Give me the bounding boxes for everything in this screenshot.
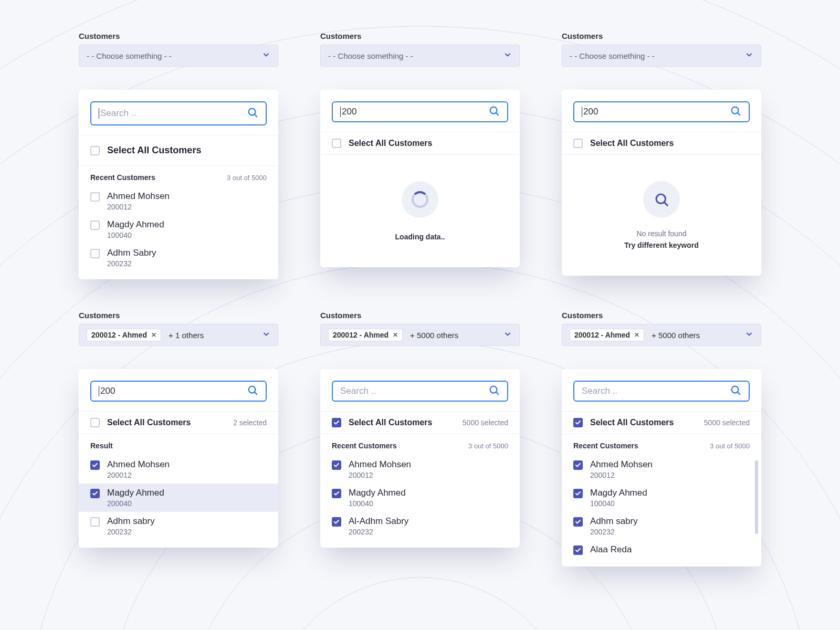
select-all-row[interactable]: Select All Customers: [562, 132, 761, 154]
field-label: Customers: [320, 32, 520, 40]
checkbox[interactable]: [573, 545, 583, 555]
checkbox[interactable]: [573, 489, 583, 498]
checkbox[interactable]: [90, 220, 100, 230]
checkbox[interactable]: [573, 139, 583, 148]
dropdown-panel: Select All Customers 5000 selected Recen…: [562, 369, 761, 566]
select-all-row[interactable]: Select All Customers: [79, 135, 278, 165]
list-item[interactable]: Magdy Ahmed100040: [562, 484, 761, 512]
search-icon: [247, 107, 258, 120]
checkbox[interactable]: [573, 517, 583, 527]
customer-id: 200232: [590, 528, 638, 536]
list-item[interactable]: Magdy Ahmed200040: [79, 484, 278, 512]
customers-select[interactable]: 200012 - Ahmed ✕ + 5000 others: [320, 324, 520, 346]
selected-chip[interactable]: 200012 - Ahmed ✕: [570, 329, 644, 341]
customers-select[interactable]: - - Choose something - -: [562, 45, 761, 67]
chip-text: 200012 - Ahmed: [574, 331, 630, 339]
list-item[interactable]: Ahmed Mohsen200012: [79, 187, 278, 215]
chevron-down-icon: [503, 51, 512, 61]
chevron-down-icon: [262, 51, 270, 61]
chip-text: 200012 - Ahmed: [91, 331, 147, 339]
scrollbar[interactable]: [755, 460, 758, 534]
checkbox[interactable]: [90, 460, 100, 470]
select-all-row[interactable]: Select All Customers: [320, 132, 520, 154]
checkbox[interactable]: [332, 489, 341, 498]
customers-select[interactable]: - - Choose something - -: [79, 45, 278, 67]
customer-id: 200012: [107, 471, 170, 479]
search-input[interactable]: [583, 107, 730, 117]
search-input-wrap[interactable]: [573, 101, 750, 122]
customer-name: Adhm sabry: [107, 516, 155, 527]
list-item[interactable]: Ahmed Mohsen200012: [79, 455, 278, 484]
field-label: Customers: [562, 32, 761, 40]
search-input[interactable]: [342, 107, 488, 117]
customer-id: 100040: [107, 231, 164, 239]
others-count: + 1 others: [169, 331, 204, 340]
checkbox[interactable]: [573, 460, 583, 470]
list-item[interactable]: Adhm sabry200232: [79, 512, 278, 540]
customer-list: Ahmed Mohsen200012Magdy Ahmed100040Adhm …: [79, 185, 278, 279]
list-item[interactable]: Alaa Reda: [562, 540, 761, 559]
select-placeholder: - - Choose something - -: [570, 51, 655, 60]
checkbox[interactable]: [90, 517, 100, 527]
checkbox[interactable]: [332, 418, 341, 427]
text-cursor: [99, 386, 99, 396]
list-item[interactable]: Adhm Sabry200232: [79, 244, 278, 272]
close-icon[interactable]: ✕: [634, 331, 639, 339]
dropdown-panel: Select All Customers Loading data..: [320, 90, 520, 267]
list-item[interactable]: Ahmed Mohsen200012: [562, 455, 761, 484]
list-item[interactable]: Adhm sabry200232: [562, 512, 761, 540]
select-all-row[interactable]: Select All Customers 5000 selected: [320, 412, 520, 434]
selected-chip[interactable]: 200012 - Ahmed ✕: [87, 329, 161, 341]
search-input[interactable]: [100, 386, 247, 396]
customers-select[interactable]: 200012 - Ahmed ✕ + 5000 others: [562, 324, 761, 346]
customers-select[interactable]: - - Choose something - -: [320, 45, 520, 67]
search-input-wrap[interactable]: [332, 381, 508, 402]
selected-chip[interactable]: 200012 - Ahmed ✕: [328, 329, 403, 341]
search-input-wrap[interactable]: [573, 381, 750, 402]
list-item[interactable]: Ahmed Mohsen200012: [320, 455, 520, 484]
customers-select[interactable]: 200012 - Ahmed ✕ + 1 others: [79, 324, 278, 346]
svg-line-24: [738, 392, 740, 394]
customer-list: Ahmed Mohsen200012Magdy Ahmed200040Adhm …: [79, 453, 278, 548]
recent-header: Recent Customers: [332, 442, 397, 450]
dropdown-panel: Select All Customers No result found Try…: [562, 90, 761, 276]
list-item[interactable]: Magdy Ahmed100040: [79, 215, 278, 244]
select-all-row[interactable]: Select All Customers 5000 selected: [562, 412, 761, 434]
svg-line-14: [496, 113, 498, 115]
chevron-down-icon: [745, 51, 753, 61]
search-input-wrap[interactable]: [90, 381, 267, 402]
customer-id: 200232: [107, 259, 156, 268]
customer-name: Adhm Sabry: [107, 248, 156, 258]
checkbox[interactable]: [90, 249, 100, 258]
checkbox[interactable]: [90, 418, 100, 427]
close-icon[interactable]: ✕: [393, 331, 398, 339]
chevron-down-icon: [745, 330, 753, 340]
checkbox[interactable]: [332, 517, 341, 527]
select-all-row[interactable]: Select All Customers 2 selected: [79, 412, 278, 434]
checkbox[interactable]: [90, 192, 100, 202]
customer-name: Ahmed Mohsen: [107, 459, 170, 470]
close-icon[interactable]: ✕: [151, 331, 156, 339]
search-input-wrap[interactable]: [90, 101, 267, 125]
checkbox[interactable]: [332, 460, 341, 470]
search-icon: [730, 384, 741, 398]
search-input[interactable]: [100, 108, 247, 119]
customer-id: 200040: [107, 499, 164, 508]
checkbox[interactable]: [90, 146, 100, 155]
search-input-wrap[interactable]: [332, 101, 508, 122]
checkbox[interactable]: [90, 489, 100, 498]
list-item[interactable]: Al-Adhm Sabry200232: [320, 512, 520, 540]
field-label: Customers: [562, 311, 761, 320]
search-icon: [488, 384, 500, 398]
customer-name: Alaa Reda: [590, 544, 632, 555]
checkbox[interactable]: [332, 139, 341, 148]
customer-name: Ahmed Mohsen: [349, 459, 411, 470]
search-input[interactable]: [340, 386, 488, 396]
recent-header: Recent Customers: [90, 173, 155, 182]
customer-name: Al-Adhm Sabry: [349, 516, 408, 527]
list-item[interactable]: Magdy Ahmed100040: [320, 484, 520, 512]
search-input[interactable]: [582, 386, 730, 396]
customer-name: Magdy Ahmed: [107, 488, 164, 498]
others-count: + 5000 others: [410, 331, 458, 340]
checkbox[interactable]: [573, 418, 583, 427]
